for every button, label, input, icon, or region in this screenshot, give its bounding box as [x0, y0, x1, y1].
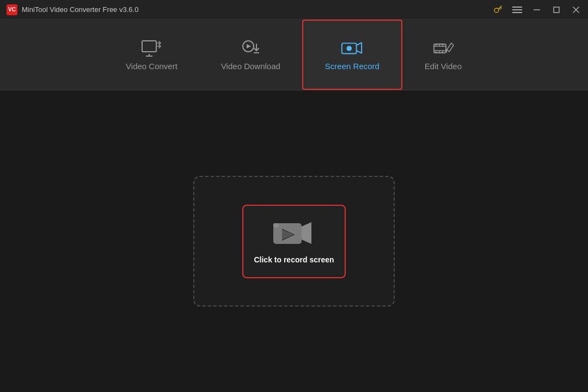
svg-line-30: [446, 50, 447, 52]
screen-record-icon: [341, 39, 364, 57]
svg-rect-11: [142, 41, 156, 52]
key-icon[interactable]: [492, 4, 503, 15]
nav-label-video-download: Video Download: [221, 62, 280, 71]
record-screen-button[interactable]: Click to record screen: [242, 205, 346, 278]
svg-marker-16: [247, 44, 251, 48]
nav-item-video-convert[interactable]: Video Convert: [104, 20, 199, 90]
nav-item-video-download[interactable]: Video Download: [199, 20, 302, 90]
nav-label-screen-record: Screen Record: [325, 62, 379, 71]
svg-rect-8: [554, 7, 559, 13]
edit-video-icon: [432, 39, 455, 57]
menu-icon[interactable]: [512, 4, 523, 15]
nav-label-video-convert: Video Convert: [126, 62, 177, 71]
title-bar: VC MiniTool Video Converter Free v3.6.0: [0, 0, 588, 20]
svg-point-20: [346, 46, 352, 51]
svg-rect-33: [273, 223, 279, 228]
main-content: Click to record screen: [0, 90, 588, 392]
nav-item-edit-video[interactable]: Edit Video: [402, 20, 484, 90]
record-button-label: Click to record screen: [254, 255, 334, 264]
app-title: MiniTool Video Converter Free v3.6.0: [22, 5, 138, 14]
nav-bar: Video Convert Video Download: [0, 20, 588, 90]
video-convert-icon: [140, 39, 163, 57]
minimize-button[interactable]: [531, 4, 542, 15]
camera-play-icon: [272, 218, 316, 248]
app-logo: VC: [7, 4, 17, 15]
svg-line-3: [499, 8, 500, 9]
svg-line-2: [500, 7, 501, 8]
svg-point-0: [494, 8, 499, 13]
video-download-icon: [239, 39, 262, 57]
close-button[interactable]: [571, 4, 581, 15]
nav-item-screen-record[interactable]: Screen Record: [302, 20, 402, 90]
nav-label-edit-video: Edit Video: [425, 62, 462, 71]
record-drop-area: Click to record screen: [193, 176, 395, 307]
title-bar-left: VC MiniTool Video Converter Free v3.6.0: [7, 4, 138, 15]
maximize-button[interactable]: [551, 4, 562, 15]
title-bar-controls: [492, 4, 581, 15]
